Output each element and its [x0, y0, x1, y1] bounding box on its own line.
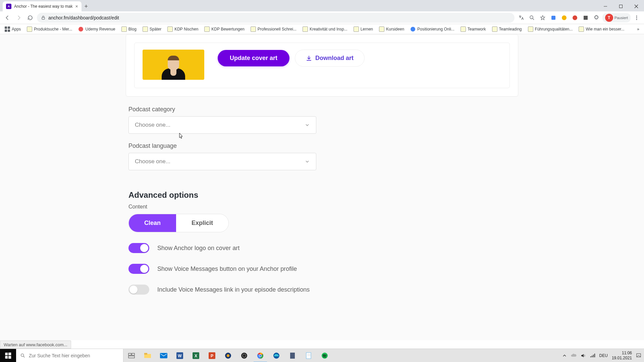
file-explorer-icon[interactable] [140, 349, 156, 362]
windows-taskbar: Zur Suche Text hier eingeben W X P DEU 1… [0, 349, 644, 362]
extension-icon[interactable] [549, 13, 558, 22]
language-indicator[interactable]: DEU [599, 353, 608, 358]
bookmark-item[interactable]: Blog [119, 25, 139, 33]
toggle-row: Show Anchor logo on cover art [128, 243, 516, 253]
svg-point-15 [411, 27, 415, 32]
taskbar-search[interactable]: Zur Suche Text hier eingeben [16, 349, 123, 362]
apps-button[interactable]: Apps [3, 25, 23, 33]
toggle-label: Include Voice Messages link in your epis… [157, 286, 310, 293]
bookmark-item[interactable]: Wie man ein besser... [577, 25, 626, 33]
menu-icon[interactable] [632, 13, 641, 22]
show-anchor-logo-toggle[interactable] [128, 243, 149, 253]
extension-icon-3[interactable] [570, 13, 580, 22]
time-text: 11:06 [612, 351, 632, 355]
profile-status-chip[interactable]: T Pausiert [602, 13, 631, 22]
toggle-row: Include Voice Messages link in your epis… [128, 285, 516, 295]
download-art-button[interactable]: Download art [295, 50, 365, 67]
clock[interactable]: 11:06 19.01.2021 [612, 351, 632, 360]
svg-rect-22 [144, 353, 147, 355]
network-icon[interactable] [590, 353, 595, 358]
chevron-down-icon [305, 159, 310, 164]
translate-icon[interactable] [517, 13, 526, 22]
chevron-down-icon [305, 122, 310, 128]
notifications-icon[interactable] [636, 353, 641, 358]
svg-rect-19 [132, 353, 135, 355]
bookmark-item[interactable]: Später [141, 25, 163, 33]
volume-icon[interactable] [581, 353, 586, 358]
svg-point-31 [227, 354, 229, 357]
svg-rect-7 [551, 16, 555, 20]
update-cover-art-button[interactable]: Update cover art [218, 50, 289, 66]
bookmark-item[interactable]: Udemy Revenue [76, 25, 117, 33]
download-art-label: Download art [315, 55, 354, 62]
browser-tab[interactable]: A Anchor - The easiest way to mak × [3, 1, 82, 11]
powerpoint-icon[interactable]: P [204, 349, 220, 362]
minimize-button[interactable] [598, 1, 613, 11]
new-tab-button[interactable]: + [82, 3, 91, 11]
tray-chevron-icon[interactable] [562, 354, 567, 358]
svg-point-14 [78, 27, 83, 32]
svg-rect-4 [42, 17, 45, 19]
category-select[interactable]: Choose one... [128, 116, 316, 134]
show-voice-messages-toggle[interactable] [128, 264, 149, 274]
bookmark-item[interactable]: Professionell Schrei... [249, 25, 299, 33]
profile-avatar-icon: T [605, 14, 613, 22]
profile-status-label: Pausiert [614, 16, 628, 20]
bookmark-item[interactable]: KDP Nischen [165, 25, 200, 33]
zoom-icon[interactable] [527, 13, 537, 22]
explicit-option[interactable]: Explicit [176, 214, 228, 232]
bookmark-item[interactable]: KDP Bewertungen [202, 25, 247, 33]
onedrive-icon[interactable] [571, 354, 577, 358]
bookmark-item[interactable]: Kreativität und Insp... [301, 25, 350, 33]
svg-rect-39 [290, 353, 295, 359]
star-icon[interactable] [538, 13, 547, 22]
mail-icon[interactable] [156, 349, 172, 362]
spotify-icon[interactable] [317, 349, 333, 362]
bookmark-item[interactable]: Produktsuche - Mer... [25, 25, 74, 33]
browser-toolbar: anchor.fm/dashboard/podcast/edit T Pausi… [0, 11, 644, 24]
download-icon [306, 55, 312, 61]
svg-line-17 [23, 356, 24, 357]
extension-icon-2[interactable] [559, 13, 569, 22]
svg-rect-20 [128, 356, 135, 358]
close-tab-icon[interactable]: × [75, 4, 78, 9]
cover-art-thumbnail[interactable] [143, 50, 204, 80]
reload-button[interactable] [25, 13, 35, 22]
edge-icon[interactable] [268, 349, 284, 362]
word-icon[interactable]: W [172, 349, 188, 362]
bookmark-item[interactable]: Teamleading [490, 25, 524, 33]
task-view-icon[interactable] [123, 349, 140, 362]
extension-icon-4[interactable] [581, 13, 590, 22]
clean-option[interactable]: Clean [129, 214, 176, 232]
svg-point-16 [21, 354, 24, 356]
svg-point-32 [241, 353, 247, 359]
notepad-icon[interactable] [301, 349, 317, 362]
bookmark-item[interactable]: Führungsqualitäten... [526, 25, 575, 33]
cover-art-card: Update cover art Download art [126, 34, 518, 97]
app-icon-2[interactable] [284, 349, 301, 362]
svg-point-9 [573, 15, 577, 20]
chrome-icon[interactable] [252, 349, 268, 362]
excel-icon[interactable]: X [188, 349, 204, 362]
back-button[interactable] [3, 13, 12, 22]
toggle-label: Show Anchor logo on cover art [157, 245, 239, 252]
obs-icon[interactable] [236, 349, 252, 362]
address-bar[interactable]: anchor.fm/dashboard/podcast/edit [37, 13, 515, 23]
search-icon [20, 353, 25, 358]
forward-button[interactable] [14, 13, 23, 22]
bookmark-item[interactable]: Kursideen [377, 25, 406, 33]
start-button[interactable] [0, 349, 16, 362]
browser-status-bar: Warten auf www.facebook.com... [0, 341, 71, 349]
app-icon[interactable] [220, 349, 236, 362]
bookmark-item[interactable]: Teamwork [459, 25, 488, 33]
lock-icon [41, 15, 46, 20]
extensions-puzzle-icon[interactable] [592, 13, 601, 22]
bookmark-item[interactable]: Lernen [352, 25, 375, 33]
close-window-button[interactable] [629, 1, 644, 11]
maximize-button[interactable] [613, 1, 629, 11]
svg-rect-18 [128, 353, 131, 355]
bookmarks-overflow-button[interactable]: » [635, 26, 641, 33]
bookmark-item[interactable]: Positionierung Onli... [408, 25, 457, 33]
include-voice-link-toggle[interactable] [128, 285, 149, 295]
language-select[interactable]: Choose one... [128, 153, 316, 170]
